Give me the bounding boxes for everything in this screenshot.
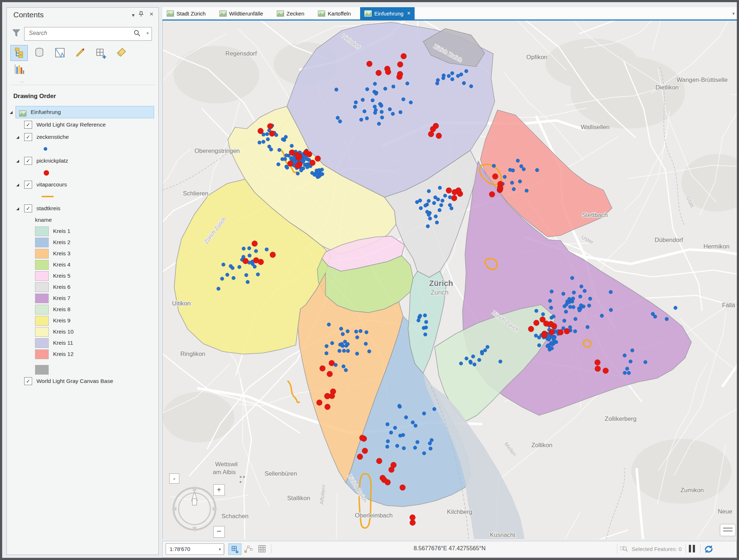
picknickplatz-point[interactable]	[357, 454, 363, 460]
zeckenstich-point[interactable]	[443, 194, 447, 198]
picknickplatz-point[interactable]	[359, 435, 365, 441]
zeckenstich-point[interactable]	[510, 181, 514, 185]
zeckenstich-point[interactable]	[424, 320, 428, 324]
zeckenstich-point[interactable]	[438, 186, 442, 190]
picknickplatz-point[interactable]	[528, 326, 534, 332]
zeckenstich-point[interactable]	[283, 157, 287, 161]
picknickplatz-point[interactable]	[327, 371, 333, 377]
picknickplatz-point[interactable]	[534, 320, 539, 326]
zeckenstich-point[interactable]	[623, 371, 626, 375]
zeckenstich-point[interactable]	[266, 137, 270, 141]
zeckenstich-point[interactable]	[425, 210, 429, 214]
legend-swatch-kreis-10[interactable]	[35, 327, 49, 337]
picknickplatz-point[interactable]	[380, 475, 386, 481]
zeckenstich-point[interactable]	[623, 354, 626, 357]
zeckenstich-point[interactable]	[473, 363, 476, 366]
zeckenstich-point[interactable]	[424, 333, 427, 336]
zeckenstich-point[interactable]	[508, 168, 512, 172]
zeckenstich-point[interactable]	[450, 71, 454, 75]
zeckenstich-point[interactable]	[355, 336, 359, 339]
zeckenstich-point[interactable]	[550, 290, 554, 294]
zeckenstich-point[interactable]	[630, 349, 634, 352]
zeckenstich-point[interactable]	[338, 120, 342, 123]
legend-swatch-kreis-3[interactable]	[35, 249, 49, 259]
zeckenstich-point[interactable]	[262, 140, 265, 144]
panel-menu-chevron-icon[interactable]: ▾	[132, 12, 135, 18]
picknickplatz-point[interactable]	[295, 163, 301, 169]
zeckenstich-point[interactable]	[290, 144, 294, 148]
zeckenstich-point[interactable]	[570, 276, 574, 280]
zeckenstich-point[interactable]	[525, 189, 528, 193]
zeckenstich-point[interactable]	[374, 92, 378, 96]
zeckenstich-point[interactable]	[237, 265, 241, 269]
zeckenstich-point[interactable]	[325, 344, 328, 348]
zeckenstich-point[interactable]	[222, 263, 225, 266]
zeckenstich-point[interactable]	[578, 309, 581, 312]
zeckenstich-point[interactable]	[427, 189, 430, 193]
picknickplatz-point[interactable]	[541, 332, 547, 338]
zeckenstich-point[interactable]	[428, 217, 432, 220]
picknickplatz-point[interactable]	[410, 515, 415, 520]
zeckenstich-point[interactable]	[413, 446, 417, 450]
zeckenstich-point[interactable]	[573, 330, 577, 333]
zeckenstich-point[interactable]	[436, 198, 440, 201]
layer-label-world-light-gray-reference[interactable]: World Light Gray Reference	[36, 119, 106, 131]
search-options-chevron-icon[interactable]: ▾	[147, 31, 149, 36]
zeckenstich-point[interactable]	[568, 326, 572, 329]
legend-swatch-kreis-8[interactable]	[35, 305, 49, 314]
zeckenstich-point[interactable]	[578, 295, 582, 298]
picknickplatz-point[interactable]	[451, 195, 457, 201]
zeckenstich-point[interactable]	[320, 172, 323, 176]
map-svg[interactable]: RegensdorfOpfikonWangen-BrüttiselleDietl…	[163, 21, 737, 539]
zeckenstich-point[interactable]	[367, 349, 371, 353]
collapse-overlay-button[interactable]: ⌄	[169, 473, 179, 484]
zeckenstich-point[interactable]	[398, 404, 401, 408]
zeckenstich-point[interactable]	[380, 116, 384, 119]
zeckenstich-point[interactable]	[568, 297, 571, 301]
zeckenstich-point[interactable]	[265, 248, 268, 251]
view-tab-kartoffeln[interactable]: Kartoffeln	[314, 7, 355, 19]
zeckenstich-point[interactable]	[549, 306, 553, 309]
zeckenstich-point[interactable]	[537, 344, 541, 347]
zeckenstich-point[interactable]	[432, 201, 436, 205]
zeckenstich-point[interactable]	[315, 173, 319, 177]
zeckenstich-point[interactable]	[541, 313, 545, 316]
zeckenstich-point[interactable]	[359, 329, 362, 333]
point-symbol-picknickplatz[interactable]	[44, 170, 49, 176]
zeckenstich-point[interactable]	[563, 319, 566, 322]
picknickplatz-point[interactable]	[288, 161, 293, 167]
zeckenstich-point[interactable]	[435, 221, 439, 224]
zeckenstich-point[interactable]	[373, 82, 377, 86]
zeckenstich-point[interactable]	[537, 336, 541, 339]
picknickplatz-point[interactable]	[376, 458, 382, 464]
zeckenstich-point[interactable]	[269, 148, 273, 151]
zeckenstich-point[interactable]	[644, 360, 647, 364]
zeckenstich-point[interactable]	[547, 336, 550, 339]
zeckenstich-point[interactable]	[571, 297, 575, 300]
picknickplatz-point[interactable]	[492, 173, 498, 179]
notification-icon[interactable]	[720, 524, 736, 536]
zeckenstich-point[interactable]	[499, 360, 502, 363]
panel-close-icon[interactable]: ×	[149, 10, 153, 18]
zeckenstich-point[interactable]	[354, 330, 358, 334]
zeckenstich-point[interactable]	[430, 438, 433, 442]
picknickplatz-point[interactable]	[410, 520, 416, 525]
picknickplatz-point[interactable]	[436, 133, 442, 139]
zeckenstich-point[interactable]	[365, 330, 368, 334]
zeckenstich-point[interactable]	[231, 266, 234, 270]
zeckenstich-point[interactable]	[363, 110, 366, 113]
zeckenstich-point[interactable]	[277, 163, 280, 166]
zeckenstich-point[interactable]	[565, 303, 568, 306]
layer-checkbox[interactable]: ✓	[24, 121, 32, 129]
legend-swatch-kreis-5[interactable]	[35, 271, 49, 281]
zeckenstich-point[interactable]	[246, 280, 249, 284]
zeckenstich-point[interactable]	[534, 334, 538, 338]
zeckenstich-point[interactable]	[398, 434, 402, 437]
zeckenstich-point[interactable]	[436, 81, 439, 85]
zeckenstich-point[interactable]	[391, 112, 395, 116]
view-tab-wildtierunf-lle[interactable]: Wildtierunfälle	[215, 7, 267, 19]
view-tab-stadt-z-rich[interactable]: Stadt Zürich	[162, 7, 210, 19]
zeckenstich-point[interactable]	[232, 276, 235, 280]
list-by-selection-button[interactable]	[51, 45, 69, 61]
zeckenstich-point[interactable]	[251, 262, 254, 266]
